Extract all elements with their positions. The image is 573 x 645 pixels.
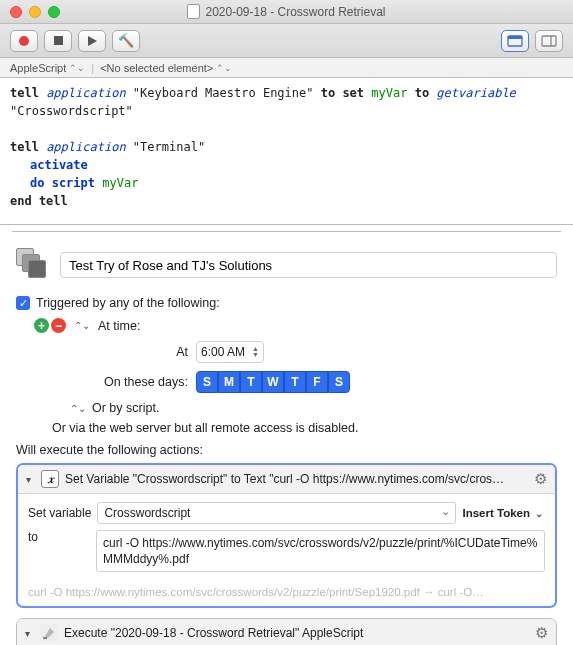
string-literal: "Terminal" <box>133 140 205 154</box>
day-toggle-tue[interactable]: T <box>240 371 262 393</box>
applescript-icon <box>40 624 58 642</box>
disclosure-toggle[interactable]: ▾ <box>25 628 34 639</box>
traffic-lights <box>0 6 60 18</box>
day-toggle-mon[interactable]: M <box>218 371 240 393</box>
keyboard-maestro-editor: ✓ Triggered by any of the following: + −… <box>0 232 573 645</box>
time-stepper[interactable]: ▲▼ <box>252 346 259 358</box>
element-selector[interactable]: <No selected element>⌃⌄ <box>96 62 236 74</box>
will-execute-label: Will execute the following actions: <box>16 443 557 457</box>
keyword-application: application <box>46 140 125 154</box>
build-button[interactable]: 🔨 <box>112 30 140 52</box>
day-toggle-fri[interactable]: F <box>306 371 328 393</box>
variable-icon: 𝑥 <box>41 470 59 488</box>
keyword-tell: tell <box>10 140 39 154</box>
to-label: to <box>28 530 90 544</box>
gear-icon[interactable]: ⚙ <box>535 624 548 642</box>
svg-rect-4 <box>43 637 47 639</box>
string-literal: "Crosswordscript" <box>10 104 133 118</box>
at-time-label: At time: <box>98 319 140 333</box>
script-editor[interactable]: tell application "Keyboard Maestro Engin… <box>0 78 573 225</box>
window-icon <box>507 35 523 47</box>
string-literal: "Keyboard Maestro Engine" <box>133 86 314 100</box>
view-mode-content-button[interactable] <box>501 30 529 52</box>
document-icon <box>187 4 200 19</box>
trigger-type-chevron[interactable]: ⌃⌄ <box>72 320 92 331</box>
day-toggle-sun[interactable]: S <box>196 371 218 393</box>
view-mode-sidebar-button[interactable] <box>535 30 563 52</box>
close-window-button[interactable] <box>10 6 22 18</box>
window-titlebar: 2020-09-18 - Crossword Retrieval <box>0 0 573 24</box>
triggered-by-label: Triggered by any of the following: <box>36 296 220 310</box>
action-execute-applescript[interactable]: ▾ Execute "2020-09-18 - Crossword Retrie… <box>16 618 557 645</box>
navigation-bar: AppleScript⌃⌄ | <No selected element>⌃⌄ <box>0 58 573 78</box>
set-variable-label: Set variable <box>28 506 91 520</box>
record-button[interactable] <box>10 30 38 52</box>
window-title: 2020-09-18 - Crossword Retrieval <box>205 5 385 19</box>
or-by-script-label: Or by script. <box>92 401 159 415</box>
keyword-end-tell: end tell <box>10 194 68 208</box>
run-button[interactable] <box>78 30 106 52</box>
enabled-checkbox[interactable]: ✓ <box>16 296 30 310</box>
zoom-window-button[interactable] <box>48 6 60 18</box>
gear-icon[interactable]: ⚙ <box>534 470 547 488</box>
keyword-getvariable: getvariable <box>436 86 515 100</box>
keyword-tell: tell <box>10 86 39 100</box>
minimize-window-button[interactable] <box>29 6 41 18</box>
macro-icon[interactable] <box>16 248 50 282</box>
action-preview: curl -O https://www.nytimes.com/svc/cros… <box>18 586 555 606</box>
text-value-field[interactable]: curl -O https://www.nytimes.com/svc/cros… <box>96 530 545 572</box>
web-server-label: Or via the web server but all remote acc… <box>34 421 557 435</box>
variable-myvar: myVar <box>102 176 138 190</box>
command-do-script: do script <box>30 176 95 190</box>
split-window-icon <box>541 35 557 47</box>
insert-token-button[interactable]: Insert Token⌄ <box>462 507 545 519</box>
disclosure-toggle[interactable]: ▾ <box>26 474 35 485</box>
macro-name-input[interactable] <box>60 252 557 278</box>
variable-myvar: myVar <box>371 86 407 100</box>
script-trigger-chevron[interactable]: ⌃⌄ <box>68 403 88 414</box>
day-toggle-sat[interactable]: S <box>328 371 350 393</box>
day-toggle-thu[interactable]: T <box>284 371 306 393</box>
add-trigger-button[interactable]: + <box>34 318 49 333</box>
command-activate: activate <box>30 158 88 172</box>
keyword-to: to <box>415 86 429 100</box>
toolbar: 🔨 <box>0 24 573 58</box>
keyword-to-set: to set <box>321 86 364 100</box>
language-selector[interactable]: AppleScript⌃⌄ <box>6 62 89 74</box>
time-input[interactable]: 6:00 AM ▲▼ <box>196 341 264 363</box>
day-toggle-wed[interactable]: W <box>262 371 284 393</box>
svg-rect-2 <box>542 36 556 46</box>
days-label: On these days: <box>98 375 188 389</box>
stop-button[interactable] <box>44 30 72 52</box>
variable-name-field[interactable]: Crosswordscript <box>97 502 456 524</box>
action-set-variable[interactable]: ▾ 𝑥 Set Variable "Crosswordscript" to Te… <box>16 463 557 608</box>
keyword-application: application <box>46 86 125 100</box>
remove-trigger-button[interactable]: − <box>51 318 66 333</box>
at-label: At <box>98 345 188 359</box>
action-title: Set Variable "Crosswordscript" to Text "… <box>65 472 528 486</box>
svg-rect-1 <box>508 36 522 39</box>
action-title: Execute "2020-09-18 - Crossword Retrieva… <box>64 626 529 640</box>
